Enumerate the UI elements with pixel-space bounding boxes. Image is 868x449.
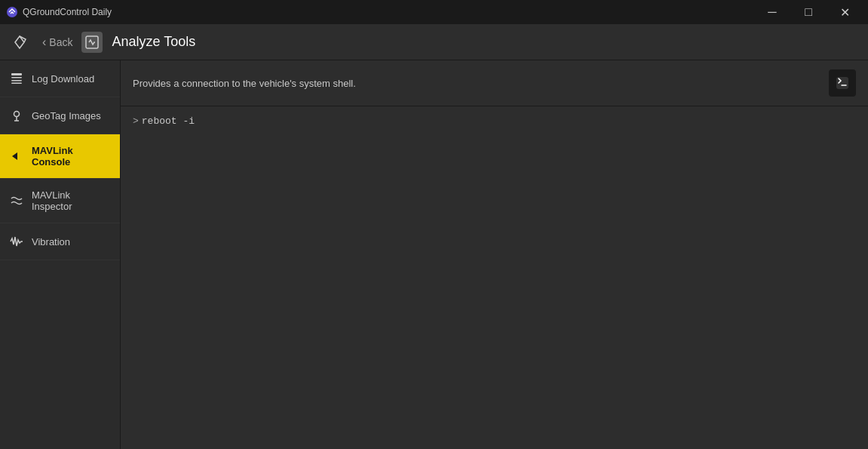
geotag-icon	[9, 108, 24, 123]
sidebar: Log Download GeoTag Images MAVLink Conso…	[0, 60, 121, 449]
terminal-command: reboot -i	[142, 115, 195, 127]
terminal-icon	[835, 75, 850, 91]
content-area: Provides a connection to the vehicle's s…	[121, 60, 868, 449]
sidebar-label-mavlink-console: MAVLink Console	[32, 145, 111, 168]
main-layout: Log Download GeoTag Images MAVLink Conso…	[0, 60, 868, 449]
page-title: Analyze Tools	[112, 34, 195, 50]
sidebar-label-geotag: GeoTag Images	[32, 110, 101, 121]
title-bar: QGroundControl Daily ─ □ ✕	[0, 0, 868, 24]
content-header: Provides a connection to the vehicle's s…	[121, 60, 868, 106]
app-logo	[9, 30, 33, 54]
analyze-icon	[84, 35, 100, 50]
content-description: Provides a connection to the vehicle's s…	[133, 78, 356, 89]
minimize-button[interactable]: ─	[755, 0, 790, 24]
log-download-icon	[9, 71, 24, 86]
title-bar-title: QGroundControl Daily	[23, 7, 112, 17]
app-icon	[6, 6, 18, 18]
sidebar-label-log-download: Log Download	[32, 73, 94, 85]
mavlink-console-icon	[9, 149, 24, 164]
close-button[interactable]: ✕	[827, 0, 862, 24]
terminal-area[interactable]: > reboot -i	[121, 106, 868, 449]
vibration-icon	[9, 234, 24, 249]
page-icon	[81, 32, 103, 53]
svg-rect-4	[11, 77, 22, 78]
terminal-line: > reboot -i	[133, 115, 856, 127]
back-arrow-icon: ‹	[42, 35, 46, 49]
app-header: ‹ Back Analyze Tools	[0, 24, 868, 60]
svg-point-7	[14, 112, 20, 117]
shell-action-button[interactable]	[829, 69, 856, 97]
svg-marker-8	[12, 152, 17, 160]
sidebar-label-mavlink-inspector: MAVLink Inspector	[32, 189, 111, 212]
sidebar-item-geotag-images[interactable]: GeoTag Images	[0, 97, 120, 134]
sidebar-item-vibration[interactable]: Vibration	[0, 223, 120, 260]
sidebar-label-vibration: Vibration	[32, 236, 70, 248]
title-bar-left: QGroundControl Daily	[6, 6, 112, 18]
sidebar-item-mavlink-console[interactable]: MAVLink Console	[0, 134, 120, 179]
title-bar-controls: ─ □ ✕	[755, 0, 862, 24]
back-label: Back	[49, 36, 72, 48]
back-button[interactable]: ‹ Back	[42, 35, 72, 49]
svg-rect-3	[11, 73, 22, 75]
svg-point-1	[10, 31, 32, 54]
svg-rect-5	[11, 80, 22, 81]
mavlink-inspector-icon	[9, 193, 24, 208]
svg-rect-6	[11, 83, 22, 85]
sidebar-item-log-download[interactable]: Log Download	[0, 60, 120, 97]
sidebar-item-mavlink-inspector[interactable]: MAVLink Inspector	[0, 179, 120, 223]
terminal-prompt: >	[133, 115, 139, 127]
maximize-button[interactable]: □	[791, 0, 826, 24]
